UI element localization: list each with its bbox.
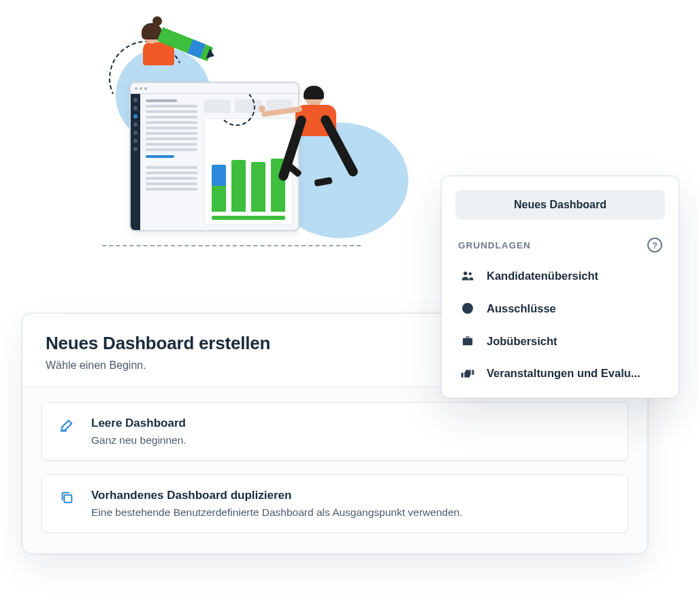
- svg-point-2: [469, 272, 472, 275]
- preset-kandidatenuebersicht[interactable]: Kandidatenübersicht: [455, 259, 665, 292]
- create-options-list: Leere Dashboard Ganz neu beginnen. Vorha…: [22, 387, 647, 553]
- svg-rect-0: [64, 495, 71, 502]
- option-desc: Ganz neu beginnen.: [91, 434, 187, 447]
- new-dashboard-button[interactable]: Neues Dashboard: [455, 190, 665, 220]
- preset-label: Veranstaltungen und Evalu...: [487, 367, 641, 380]
- duplicate-icon: [57, 489, 76, 505]
- option-duplicate-dashboard[interactable]: Vorhandenes Dashboard duplizieren Eine b…: [42, 474, 628, 533]
- people-icon: [459, 269, 476, 282]
- prohibit-icon: [459, 302, 476, 315]
- pencil-icon: [57, 417, 76, 433]
- briefcase-icon: [459, 334, 476, 348]
- section-header-grundlagen: GRUNDLAGEN ?: [455, 238, 665, 253]
- svg-point-1: [464, 272, 467, 275]
- preset-label: Ausschlüsse: [487, 302, 556, 315]
- preset-label: Jobübersicht: [487, 335, 557, 348]
- option-title: Vorhandenes Dashboard duplizieren: [91, 489, 462, 502]
- option-desc: Eine bestehende Benutzerdefinierte Dashb…: [91, 506, 462, 519]
- preset-veranstaltungen-evaluierung[interactable]: Veranstaltungen und Evalu...: [455, 357, 665, 389]
- dashboard-presets-panel: Neues Dashboard GRUNDLAGEN ? Kandidatenü…: [441, 176, 679, 398]
- preset-label: Kandidatenübersicht: [487, 270, 598, 282]
- help-icon[interactable]: ?: [647, 238, 662, 253]
- preset-jobuebersicht[interactable]: Jobübersicht: [455, 325, 665, 357]
- illustration-dashboard-people: [102, 34, 374, 252]
- thumbs-icon: [459, 368, 476, 380]
- option-title: Leere Dashboard: [91, 417, 187, 430]
- section-label: GRUNDLAGEN: [458, 240, 531, 250]
- option-blank-dashboard[interactable]: Leere Dashboard Ganz neu beginnen.: [42, 402, 628, 461]
- preset-ausschluesse[interactable]: Ausschlüsse: [455, 292, 665, 325]
